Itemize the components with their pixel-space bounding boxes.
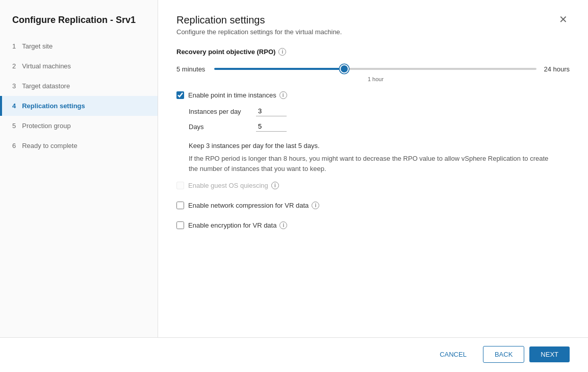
slider-max-label: 24 hours (544, 65, 570, 73)
sidebar-item-label-target-site: Target site (22, 42, 53, 50)
step-num-1: 1 (12, 42, 16, 50)
step-num-4: 4 (12, 102, 16, 110)
main-header: Replication settings ✕ (176, 14, 570, 26)
sidebar-item-label-ready-to-complete: Ready to complete (22, 142, 77, 150)
cancel-button[interactable]: CANCEL (428, 346, 478, 362)
encryption-info-icon[interactable]: i (279, 221, 287, 229)
enable-guest-os-row: Enable guest OS quiescing i (176, 182, 570, 189)
days-row: Days (189, 121, 570, 132)
rpo-slider[interactable] (214, 68, 536, 70)
days-label: Days (189, 123, 250, 131)
enable-point-in-time-label: Enable point in time instances i (188, 91, 287, 99)
instances-grid: Instances per day Days (189, 106, 570, 137)
point-in-time-info-icon[interactable]: i (279, 91, 287, 99)
sidebar-item-replication-settings[interactable]: 4 Replication settings (0, 96, 158, 116)
sidebar-item-ready-to-complete[interactable]: 6 Ready to complete (0, 136, 158, 156)
hint-text: Keep 3 instances per day for the last 5 … (189, 142, 570, 150)
slider-tick-labels: 1 hour (176, 76, 570, 82)
sidebar: Configure Replication - Srv1 1 Target si… (0, 0, 158, 337)
sidebar-item-label-protection-group: Protection group (22, 122, 70, 130)
step-num-5: 5 (12, 122, 16, 130)
sidebar-item-protection-group[interactable]: 5 Protection group (0, 116, 158, 136)
sidebar-item-label-replication-settings: Replication settings (22, 102, 85, 110)
sidebar-item-target-datastore[interactable]: 3 Target datastore (0, 76, 158, 96)
step-num-3: 3 (12, 82, 16, 90)
next-button[interactable]: NEXT (529, 346, 570, 362)
instances-per-day-row: Instances per day (189, 106, 570, 116)
slider-mid-label: 1 hour (368, 76, 384, 82)
enable-guest-os-label: Enable guest OS quiescing i (188, 182, 279, 189)
enable-network-compression-label: Enable network compression for VR data i (188, 202, 319, 209)
configure-replication-dialog: Configure Replication - Srv1 1 Target si… (0, 0, 588, 372)
sidebar-item-virtual-machines[interactable]: 2 Virtual machines (0, 56, 158, 76)
warning-text: If the RPO period is longer than 8 hours… (189, 154, 556, 173)
instances-per-day-label: Instances per day (189, 108, 250, 115)
dialog-footer: CANCEL BACK NEXT (0, 337, 588, 372)
main-title: Replication settings (176, 14, 265, 26)
instances-per-day-input[interactable] (256, 106, 287, 116)
slider-track-wrapper (214, 64, 536, 74)
step-num-2: 2 (12, 62, 16, 70)
main-subtitle: Configure the replication settings for t… (176, 28, 570, 36)
enable-encryption-checkbox[interactable] (176, 221, 184, 229)
enable-point-in-time-row: Enable point in time instances i (176, 91, 570, 99)
sidebar-item-label-virtual-machines: Virtual machines (22, 62, 71, 70)
wizard-steps: 1 Target site 2 Virtual machines 3 Targe… (0, 36, 158, 337)
enable-encryption-label: Enable encryption for VR data i (188, 221, 287, 229)
enable-network-compression-row: Enable network compression for VR data i (176, 202, 570, 209)
slider-min-label: 5 minutes (176, 65, 207, 73)
enable-point-in-time-checkbox[interactable] (176, 91, 184, 99)
dialog-title: Configure Replication - Srv1 (0, 0, 158, 36)
step-num-6: 6 (12, 142, 16, 150)
rpo-label: Recovery point objective (RPO) i (176, 48, 570, 56)
guest-os-info-icon[interactable]: i (271, 182, 279, 189)
enable-network-compression-checkbox[interactable] (176, 202, 184, 209)
network-compression-info-icon[interactable]: i (312, 202, 319, 209)
dialog-inner: Configure Replication - Srv1 1 Target si… (0, 0, 588, 337)
close-button[interactable]: ✕ (557, 14, 570, 24)
back-button[interactable]: BACK (483, 346, 524, 363)
days-input[interactable] (256, 121, 287, 132)
sidebar-item-label-target-datastore: Target datastore (22, 82, 70, 90)
enable-encryption-row: Enable encryption for VR data i (176, 221, 570, 229)
rpo-slider-container: 5 minutes 24 hours (176, 64, 570, 74)
sidebar-item-target-site[interactable]: 1 Target site (0, 36, 158, 56)
main-content: Replication settings ✕ Configure the rep… (158, 0, 588, 337)
enable-guest-os-checkbox[interactable] (176, 182, 184, 189)
rpo-info-icon[interactable]: i (278, 48, 286, 56)
